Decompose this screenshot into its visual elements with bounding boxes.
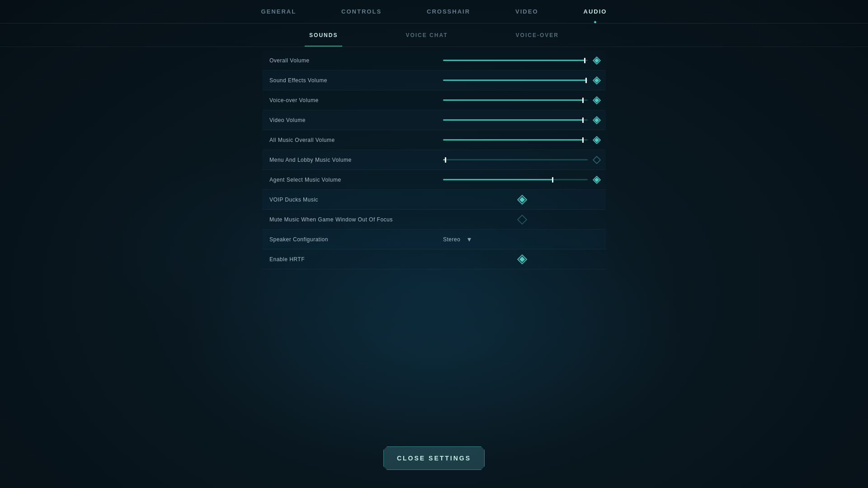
reset-icon-agentSelectMusicVolume[interactable]	[592, 175, 601, 184]
setting-label-overallVolume: Overall Volume	[262, 57, 439, 64]
slider-track-overallVolume[interactable]	[443, 60, 588, 61]
setting-label-videoVolume: Video Volume	[262, 117, 439, 123]
slider-thumb-soundEffectsVolume	[585, 78, 587, 83]
tab-sounds[interactable]: SOUNDS	[305, 23, 342, 47]
settings-row-overallVolume: Overall Volume	[262, 51, 606, 70]
tab-voice-chat[interactable]: VOICE CHAT	[401, 23, 452, 47]
slider-thumb-overallVolume	[584, 58, 585, 63]
settings-row-agentSelectMusicVolume: Agent Select Music Volume	[262, 170, 606, 190]
tab-crosshair[interactable]: CROSSHAIR	[422, 0, 475, 23]
slider-fill-allMusicVolume	[443, 139, 583, 141]
slider-wrapper-soundEffectsVolume	[439, 76, 606, 85]
tab-controls[interactable]: CONTROLS	[337, 0, 386, 23]
slider-track-videoVolume[interactable]	[443, 119, 588, 121]
settings-row-videoVolume: Video Volume	[262, 110, 606, 130]
slider-thumb-videoVolume	[582, 117, 584, 123]
setting-label-allMusicVolume: All Music Overall Volume	[262, 137, 439, 143]
settings-row-muteMusicOutOfFocus: Mute Music When Game Window Out Of Focus	[262, 210, 606, 230]
toggle-muteMusicOutOfFocus[interactable]	[517, 214, 528, 225]
slider-wrapper-menuLobbyMusicVolume	[439, 155, 606, 164]
toggle-enableHRTF[interactable]	[517, 254, 528, 265]
settings-row-soundEffectsVolume: Sound Effects Volume	[262, 70, 606, 90]
slider-track-voiceOverVolume[interactable]	[443, 99, 588, 101]
setting-label-agentSelectMusicVolume: Agent Select Music Volume	[262, 177, 439, 183]
slider-wrapper-videoVolume	[439, 116, 606, 125]
setting-label-speakerConfiguration: Speaker Configuration	[262, 236, 439, 243]
reset-icon-overallVolume[interactable]	[592, 56, 601, 65]
slider-fill-overallVolume	[443, 60, 585, 61]
svg-marker-15	[518, 215, 527, 224]
svg-marker-10	[593, 156, 600, 164]
slider-wrapper-voiceOverVolume	[439, 96, 606, 105]
tab-video[interactable]: VIDEO	[511, 0, 542, 23]
slider-thumb-voiceOverVolume	[582, 98, 584, 103]
slider-wrapper-agentSelectMusicVolume	[439, 175, 606, 184]
slider-track-agentSelectMusicVolume[interactable]	[443, 179, 588, 180]
slider-track-soundEffectsVolume[interactable]	[443, 80, 588, 81]
slider-wrapper-allMusicVolume	[439, 136, 606, 145]
setting-label-enableHRTF: Enable HRTF	[262, 256, 439, 263]
setting-label-soundEffectsVolume: Sound Effects Volume	[262, 77, 439, 84]
toggle-voipDucksMusic[interactable]	[517, 194, 528, 205]
settings-row-voiceOverVolume: Voice-over Volume	[262, 90, 606, 110]
dropdown-wrapper-speakerConfiguration[interactable]: Stereo▾	[439, 235, 606, 244]
setting-label-voipDucksMusic: VOIP Ducks Music	[262, 197, 439, 203]
setting-label-menuLobbyMusicVolume: Menu And Lobby Music Volume	[262, 157, 439, 163]
settings-row-allMusicVolume: All Music Overall Volume	[262, 130, 606, 150]
slider-thumb-agentSelectMusicVolume	[552, 177, 553, 183]
tab-voice-over[interactable]: VOICE-OVER	[511, 23, 563, 47]
slider-thumb-menuLobbyMusicVolume	[445, 157, 446, 163]
slider-track-allMusicVolume[interactable]	[443, 139, 588, 141]
settings-row-speakerConfiguration: Speaker ConfigurationStereo▾	[262, 230, 606, 249]
reset-icon-videoVolume[interactable]	[592, 116, 601, 125]
setting-label-voiceOverVolume: Voice-over Volume	[262, 97, 439, 103]
slider-thumb-allMusicVolume	[582, 137, 584, 143]
slider-fill-menuLobbyMusicVolume	[443, 159, 446, 160]
reset-icon-soundEffectsVolume[interactable]	[592, 76, 601, 85]
slider-fill-agentSelectMusicVolume	[443, 179, 553, 180]
settings-row-menuLobbyMusicVolume: Menu And Lobby Music Volume	[262, 150, 606, 170]
dropdown-value-speakerConfiguration: Stereo	[443, 236, 460, 243]
slider-wrapper-overallVolume	[439, 56, 606, 65]
tab-audio[interactable]: AUDIO	[579, 0, 612, 23]
setting-label-muteMusicOutOfFocus: Mute Music When Game Window Out Of Focus	[262, 216, 439, 223]
dropdown-chevron-speakerConfiguration: ▾	[467, 235, 471, 244]
tab-general[interactable]: GENERAL	[257, 0, 301, 23]
settings-container: GENERAL CONTROLS CROSSHAIR VIDEO AUDIO S…	[0, 0, 868, 488]
slider-fill-videoVolume	[443, 119, 583, 121]
slider-fill-voiceOverVolume	[443, 99, 583, 101]
settings-row-voipDucksMusic: VOIP Ducks Music	[262, 190, 606, 210]
reset-icon-voiceOverVolume[interactable]	[592, 96, 601, 105]
reset-icon-allMusicVolume[interactable]	[592, 136, 601, 145]
slider-fill-soundEffectsVolume	[443, 80, 586, 81]
reset-icon-menuLobbyMusicVolume[interactable]	[592, 155, 601, 164]
sub-nav: SOUNDS VOICE CHAT VOICE-OVER	[0, 23, 868, 47]
settings-row-enableHRTF: Enable HRTF	[262, 249, 606, 269]
settings-content: Overall Volume Sound Effects Volume Voic…	[262, 51, 606, 269]
top-nav: GENERAL CONTROLS CROSSHAIR VIDEO AUDIO	[0, 0, 868, 23]
slider-track-menuLobbyMusicVolume[interactable]	[443, 159, 588, 160]
close-settings-button[interactable]: CLOSE SETTINGS	[383, 446, 485, 470]
